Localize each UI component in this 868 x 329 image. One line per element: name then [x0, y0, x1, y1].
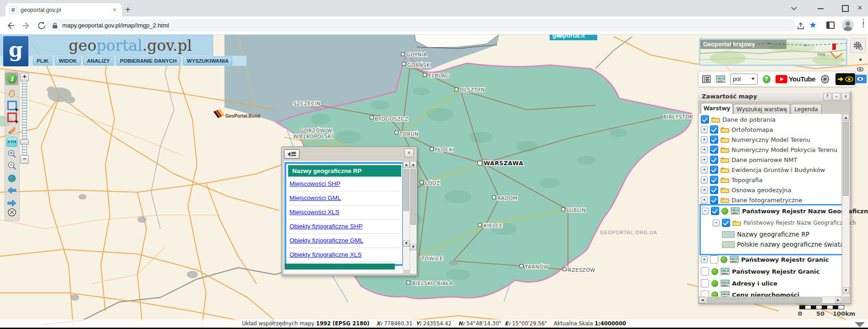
menu-plik[interactable]: PLIK [33, 57, 52, 65]
layer-row[interactable]: +Ewidencja Gruntów i Budynków [701, 166, 825, 174]
layer-row[interactable]: +Dane pomiarowe NMT [701, 156, 797, 164]
download-link-row[interactable]: Miejscowości GML [288, 191, 400, 205]
popup-section-header[interactable]: Nazwy geograficzne RP [288, 165, 401, 177]
tab-close-icon[interactable]: × [111, 6, 118, 14]
select-area-tool-button[interactable] [6, 112, 17, 123]
checkbox-checked[interactable] [710, 125, 718, 134]
menu-widok[interactable]: WIDOK [55, 57, 81, 65]
previous-view-button[interactable] [6, 185, 17, 196]
reload-icon[interactable] [37, 21, 47, 31]
scrollbar-thumb[interactable] [404, 169, 409, 211]
new-tab-button[interactable]: + [123, 5, 133, 15]
overview-size-small-button[interactable] [854, 55, 867, 64]
collapse-minus-icon[interactable]: − [713, 220, 720, 227]
layer-row[interactable]: Dane do pobrania [701, 115, 775, 124]
checkbox-checked[interactable] [710, 196, 718, 204]
pan-tool-button[interactable] [6, 88, 17, 99]
expand-plus-icon[interactable]: + [701, 187, 708, 194]
xyh-coordinates-button[interactable]: XYH [6, 136, 17, 147]
layer-row-adresy[interactable]: wmsAdresy i ulice [701, 279, 777, 287]
checkbox-checked[interactable] [710, 146, 718, 154]
panel-minimize-button[interactable]: – [832, 93, 841, 101]
popup-outer-scrollbar[interactable]: ▲ ▼ [409, 161, 417, 274]
download-link-row[interactable]: Obiekty fizjograficzne SHP [288, 219, 400, 234]
panel-vertical-scrollbar[interactable]: ▲ ▼ [842, 114, 849, 297]
scroll-up-icon[interactable]: ▲ [403, 162, 409, 168]
menu-pobieranie-danych[interactable]: POBIERANIE DANYCH [116, 57, 180, 65]
zoom-out-tool-button[interactable] [6, 160, 17, 171]
download-link-row[interactable]: Miejscowości SHP [288, 177, 400, 191]
browser-tab[interactable]: g geoportal.gov.pl × [5, 3, 122, 16]
scrollbar-thumb[interactable] [707, 297, 822, 303]
geoportal-logo[interactable]: g [3, 36, 28, 66]
layer-row[interactable]: +Numeryczny Model Terenu [701, 135, 810, 144]
address-bar[interactable]: mapy.geoportal.gov.pl/imap/Imgp_2.html [46, 19, 796, 32]
expand-plus-icon[interactable]: + [701, 256, 708, 263]
browser-menu-dots-icon[interactable]: ⋮⋮ [860, 20, 867, 27]
bookmark-star-icon[interactable]: ★ [809, 20, 817, 30]
tab-wyszukaj-warstwe[interactable]: Wyszukaj warstwę [733, 104, 790, 114]
layer-row-prng-group[interactable]: −Państwowy Rejestr Nazw Geograficznych [713, 219, 856, 227]
language-select[interactable]: pol [730, 74, 758, 85]
settings-button[interactable] [850, 38, 866, 53]
scroll-down-icon[interactable]: ▼ [843, 287, 849, 294]
scrollbar-thumb[interactable] [843, 122, 849, 196]
link-obiekty-xls[interactable]: Obiekty fizjograficzne XLS [288, 251, 362, 258]
overview-size-medium-button[interactable] [854, 65, 867, 74]
draw-tool-button[interactable] [6, 124, 17, 135]
scrollbar-thumb[interactable] [410, 169, 416, 225]
zoom-slider-minus-button[interactable]: − [20, 155, 29, 164]
identify-tool-button[interactable]: i [6, 73, 17, 84]
layer-row-prg-service-2[interactable]: wmsPaństwowy Rejestr Granic [701, 267, 819, 275]
link-miejscowosci-gml[interactable]: Miejscowości GML [288, 194, 341, 201]
expand-plus-icon[interactable]: + [701, 167, 708, 173]
popup-inner-scrollbar[interactable]: ▲ ▼ [403, 161, 410, 270]
scroll-up-icon[interactable]: ▲ [410, 162, 416, 168]
checkbox-unchecked[interactable] [701, 279, 709, 287]
checkbox-checked[interactable] [710, 156, 718, 164]
window-minimize-button[interactable] [818, 8, 824, 9]
accessibility-wheel-icon[interactable] [820, 74, 830, 84]
scroll-left-icon[interactable]: ◀ [699, 297, 705, 303]
popup-collapse-button[interactable] [284, 149, 300, 159]
menu-analizy[interactable]: ANALIZY [83, 57, 114, 65]
checkbox-checked[interactable] [710, 186, 718, 194]
tab-legenda[interactable]: Legenda [791, 104, 822, 114]
table-icon[interactable] [702, 75, 711, 83]
layer-row[interactable]: +Topografia [701, 176, 763, 184]
expand-plus-icon[interactable]: + [701, 126, 708, 133]
panel-horizontal-scrollbar[interactable]: ◀ ▶ [699, 297, 842, 303]
youtube-link[interactable]: YouTube [775, 75, 815, 83]
checkbox-checked[interactable] [710, 135, 718, 144]
checkbox-checked[interactable] [710, 166, 718, 174]
window-close-button[interactable]: × [857, 4, 863, 12]
collapse-minus-icon[interactable]: − [702, 208, 709, 215]
overview-toggle-button[interactable] [854, 75, 867, 83]
expand-plus-icon[interactable]: + [701, 136, 708, 143]
popup-next-section-bar[interactable] [284, 264, 395, 270]
scroll-down-icon[interactable]: ▼ [403, 240, 409, 247]
select-extent-tool-button[interactable] [6, 100, 17, 111]
checkbox-checked[interactable] [711, 207, 719, 215]
download-link-row[interactable]: Miejscowości XLS [288, 205, 400, 220]
profile-avatar[interactable] [842, 19, 854, 31]
scroll-down-icon[interactable]: ▼ [410, 244, 416, 250]
layer-row[interactable]: +Osnowa geodezyjna [701, 186, 792, 194]
link-miejscowosci-shp[interactable]: Miejscowości SHP [288, 180, 340, 187]
expand-plus-icon[interactable]: + [701, 156, 708, 163]
checkbox-unchecked[interactable] [710, 255, 718, 264]
download-link-row[interactable]: Obiekty fizjograficzne GML [288, 233, 400, 248]
layer-row[interactable]: +Dane fotogrametryczne [701, 196, 802, 204]
zoom-in-tool-button[interactable] [6, 148, 17, 159]
scroll-right-icon[interactable]: ▶ [835, 297, 841, 303]
share-icon[interactable] [796, 22, 805, 31]
link-obiekty-gml[interactable]: Obiekty fizjograficzne GML [288, 237, 363, 244]
side-panel-icon[interactable] [826, 22, 835, 29]
wms-icon[interactable]: wms [716, 75, 725, 83]
layer-row[interactable]: +Ortofotomapa [701, 125, 773, 134]
contrast-toggle[interactable] [835, 73, 855, 85]
panel-close-button[interactable]: × [841, 93, 850, 101]
download-link-row[interactable]: Obiekty fizjograficzne XLS [288, 248, 400, 262]
zoom-slider-handle[interactable] [20, 140, 29, 145]
expand-plus-icon[interactable]: + [701, 177, 708, 183]
